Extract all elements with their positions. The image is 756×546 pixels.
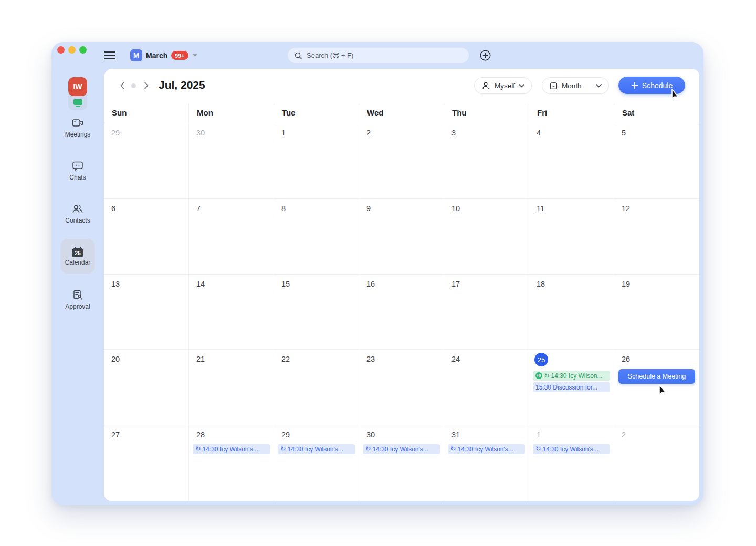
- month-title: Jul, 2025: [159, 79, 205, 91]
- sidebar-item-calendar[interactable]: 25 Calendar: [60, 239, 95, 274]
- calendar-day-cell[interactable]: 28↻14:30 Icy Wilson's...: [189, 425, 274, 501]
- calendar-day-cell[interactable]: 31↻14:30 Icy Wilson's...: [444, 425, 529, 501]
- recurring-icon: ↻: [280, 446, 286, 453]
- workspace-switcher[interactable]: M March 99+: [130, 49, 198, 61]
- close-window-button[interactable]: [57, 46, 65, 54]
- calendar-grid: SunMonTueWedThuFriSat2930123456789101112…: [104, 103, 699, 501]
- today-button[interactable]: [131, 83, 136, 88]
- sidebar-item-label: Chats: [69, 174, 86, 181]
- calendar-main: Jul, 2025 Myself Month: [104, 69, 699, 501]
- recurring-icon: ↻: [365, 446, 371, 453]
- day-number: 30: [196, 128, 205, 138]
- menu-icon[interactable]: [104, 51, 116, 60]
- event-title: 15:30 Discussion for...: [536, 384, 597, 391]
- day-number: 19: [622, 279, 630, 289]
- calendar-day-cell[interactable]: 2: [359, 123, 444, 199]
- day-number: 4: [537, 128, 541, 138]
- calendar-day-cell[interactable]: 22: [274, 350, 359, 425]
- calendar-day-cell[interactable]: 1↻14:30 Icy Wilson's...: [529, 425, 614, 501]
- event-chip[interactable]: 15:30 Discussion for...: [533, 382, 610, 392]
- calendar-day-cell[interactable]: 23: [359, 350, 444, 425]
- calendar-day-cell[interactable]: 20: [104, 350, 189, 425]
- sidebar-item-chats[interactable]: Chats: [60, 153, 95, 187]
- calendar-day-cell[interactable]: 21: [189, 350, 274, 425]
- previous-month-button[interactable]: [118, 80, 128, 91]
- calendar-day-cell[interactable]: 29: [104, 123, 189, 199]
- calendar-day-cell[interactable]: 5: [614, 123, 699, 199]
- calendar-day-cell[interactable]: 25↻14:30 Icy Wilson...15:30 Discussion f…: [529, 350, 614, 425]
- day-header: Wed: [359, 103, 444, 123]
- calendar-day-cell[interactable]: 27: [104, 425, 189, 501]
- day-header: Thu: [444, 103, 529, 123]
- calendar-day-cell[interactable]: 14: [189, 275, 274, 350]
- zoom-window-button[interactable]: [79, 46, 87, 54]
- calendar-day-cell[interactable]: 16: [359, 275, 444, 350]
- calendar-day-cell[interactable]: 17: [444, 275, 529, 350]
- search-bar[interactable]: [288, 48, 469, 63]
- calendar-day-cell[interactable]: 24: [444, 350, 529, 425]
- document-person-icon: [71, 289, 84, 301]
- sidebar-item-meetings[interactable]: Meetings: [60, 110, 95, 144]
- next-month-button[interactable]: [141, 80, 151, 91]
- video-camera-icon: [71, 117, 84, 129]
- schedule-a-meeting-button[interactable]: Schedule a Meeting: [618, 369, 695, 384]
- calendar-day-cell[interactable]: 19: [614, 275, 699, 350]
- calendar-day-cell[interactable]: 12: [614, 199, 699, 275]
- event-chip[interactable]: ↻14:30 Icy Wilson's...: [448, 444, 525, 454]
- calendar-day-cell[interactable]: 9: [359, 199, 444, 275]
- sidebar-item-label: Meetings: [65, 131, 91, 138]
- day-number: 12: [622, 203, 630, 214]
- calendar-day-cell[interactable]: 2: [614, 425, 699, 501]
- event-chip[interactable]: ↻14:30 Icy Wilson's...: [533, 444, 610, 454]
- add-icon[interactable]: [479, 49, 491, 61]
- day-number: 11: [537, 203, 544, 214]
- view-mode-dropdown[interactable]: Month: [542, 77, 609, 94]
- calendar-day-cell[interactable]: 8: [274, 199, 359, 275]
- day-number: 14: [196, 279, 205, 289]
- day-header: Sat: [614, 103, 699, 123]
- calendar-day-cell[interactable]: 29↻14:30 Icy Wilson's...: [274, 425, 359, 501]
- calendar-day-cell[interactable]: 15: [274, 275, 359, 350]
- schedule-button[interactable]: Schedule: [618, 77, 685, 94]
- calendar-day-cell[interactable]: 6: [104, 199, 189, 275]
- event-chip[interactable]: ↻14:30 Icy Wilson...: [533, 371, 610, 381]
- event-chip[interactable]: ↻14:30 Icy Wilson's...: [363, 444, 440, 454]
- event-title: 14:30 Icy Wilson's...: [202, 446, 258, 453]
- chat-bubble-icon: [71, 160, 84, 172]
- workspace-name: March: [146, 51, 167, 60]
- day-number: 21: [196, 354, 205, 364]
- event-chip[interactable]: ↻14:30 Icy Wilson's...: [278, 444, 355, 454]
- calendar-day-cell[interactable]: 26Schedule a Meeting: [614, 350, 699, 425]
- day-number: 29: [281, 429, 290, 440]
- calendar-day-cell[interactable]: 30: [189, 123, 274, 199]
- calendar-day-cell[interactable]: 7: [189, 199, 274, 275]
- day-number: 30: [366, 429, 375, 440]
- calendar-day-cell[interactable]: 3: [444, 123, 529, 199]
- user-avatar[interactable]: IW: [68, 77, 87, 110]
- calendar-day-cell[interactable]: 30↻14:30 Icy Wilson's...: [359, 425, 444, 501]
- calendar-day-cell[interactable]: 1: [274, 123, 359, 199]
- day-number: 2: [366, 128, 371, 138]
- event-chip[interactable]: ↻14:30 Icy Wilson's...: [193, 444, 270, 454]
- day-number: 26: [622, 354, 630, 364]
- calendar-filter-dropdown[interactable]: Myself: [474, 77, 532, 94]
- sidebar-item-approval[interactable]: Approval: [60, 282, 95, 317]
- recurring-icon: ↻: [544, 373, 549, 380]
- filter-label: Myself: [495, 82, 515, 90]
- recurring-icon: ↻: [195, 446, 201, 453]
- search-input[interactable]: [307, 51, 463, 59]
- calendar-day-cell[interactable]: 18: [529, 275, 614, 350]
- calendar-day-cell[interactable]: 4: [529, 123, 614, 199]
- day-number: 8: [281, 203, 286, 214]
- minimize-window-button[interactable]: [68, 46, 76, 54]
- sidebar-item-contacts[interactable]: Contacts: [60, 196, 95, 230]
- calendar-day-cell[interactable]: 11: [529, 199, 614, 275]
- today-date-badge: 25: [534, 353, 548, 366]
- calendar-day-cell[interactable]: 10: [444, 199, 529, 275]
- day-number: 1: [281, 128, 286, 138]
- recurring-icon: ↻: [450, 446, 456, 453]
- event-title: 14:30 Icy Wilson's...: [372, 446, 428, 453]
- day-number: 28: [196, 429, 205, 440]
- calendar-day-cell[interactable]: 13: [104, 275, 189, 350]
- day-number: 24: [452, 354, 460, 364]
